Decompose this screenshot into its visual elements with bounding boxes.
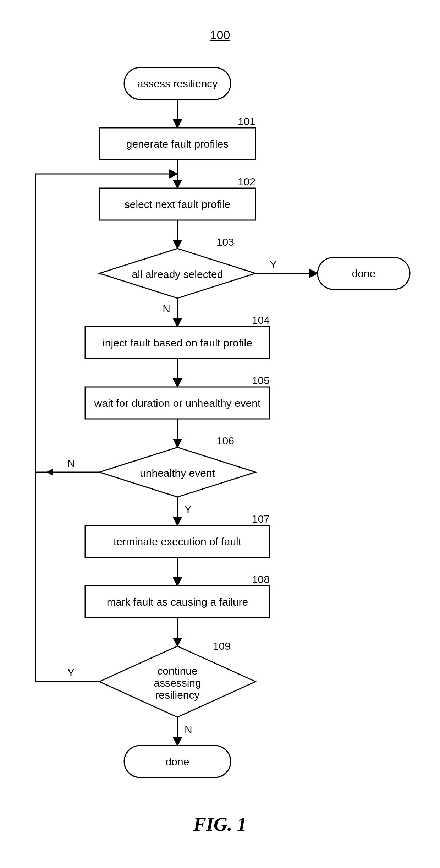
node-start-terminator: assess resiliency [124, 67, 231, 99]
label-109-3: resiliency [155, 689, 199, 701]
num-103: 103 [216, 236, 234, 248]
label-103-Y: Y [270, 258, 277, 270]
label-109-Y: Y [67, 667, 75, 678]
start-label: assess resiliency [137, 78, 218, 89]
node-done-right-terminator: done [318, 257, 410, 289]
label-107: terminate execution of fault [114, 536, 242, 547]
node-109-decision: 109 continue assessing resiliency [99, 640, 255, 717]
label-108: mark fault as causing a failure [107, 596, 248, 608]
label-106: unhealthy event [140, 467, 215, 479]
label-104: inject fault based on fault profile [103, 337, 252, 349]
label-109-1: continue [157, 665, 197, 677]
label-103-N: N [163, 303, 170, 315]
num-101: 101 [238, 115, 255, 127]
edge-109-loop [35, 472, 99, 682]
page-container: 100 assess resiliency 101 generate fault… [0, 0, 440, 868]
figure-number: 100 [210, 28, 230, 42]
label-103: all already selected [132, 268, 223, 280]
num-104: 104 [252, 314, 270, 326]
label-106-N: N [67, 457, 75, 469]
label-done-right: done [352, 268, 376, 279]
flowchart-svg: 100 assess resiliency 101 generate fault… [0, 0, 440, 868]
label-109-N: N [185, 724, 192, 735]
num-106: 106 [216, 435, 234, 447]
label-102: select next fault profile [125, 198, 231, 210]
num-109: 109 [213, 640, 231, 652]
num-102: 102 [238, 176, 255, 187]
label-done-bottom: done [166, 756, 189, 768]
num-105: 105 [252, 375, 270, 386]
label-106-Y: Y [185, 503, 192, 515]
label-101: generate fault profiles [126, 138, 229, 150]
num-107: 107 [252, 513, 270, 525]
node-done-bottom-terminator: done [124, 746, 231, 777]
arrowhead-106-left [46, 469, 53, 475]
num-108: 108 [252, 573, 270, 585]
label-105: wait for duration or unhealthy event [94, 397, 261, 409]
label-109-2: assessing [154, 677, 201, 689]
figure-title: FIG. 1 [193, 814, 247, 835]
